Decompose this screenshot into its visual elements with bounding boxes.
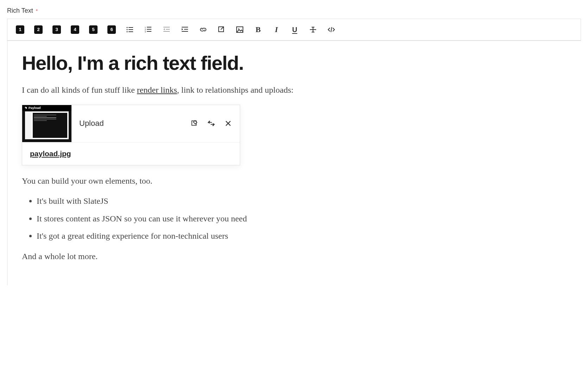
svg-rect-24	[312, 32, 314, 32]
svg-rect-9	[147, 29, 151, 30]
para-text: , link to relationships and uploads:	[177, 85, 294, 94]
swap-icon	[207, 120, 215, 127]
list-item[interactable]: It stores content as JSON so you can use…	[37, 213, 567, 225]
list-ul-icon	[126, 25, 134, 34]
indent-icon	[181, 25, 189, 34]
svg-rect-16	[184, 29, 188, 30]
svg-rect-15	[182, 27, 188, 27]
outdent-icon	[162, 25, 171, 34]
upload-swap-button[interactable]	[207, 120, 215, 127]
render-links-link[interactable]: render links	[137, 85, 177, 94]
edit-icon	[190, 120, 198, 127]
svg-rect-7	[147, 27, 151, 27]
svg-point-2	[126, 29, 127, 30]
para-text: I can do all kinds of fun stuff like	[22, 85, 137, 94]
open-external-icon	[217, 25, 226, 34]
indent-button[interactable]	[181, 25, 189, 34]
close-icon	[224, 120, 232, 127]
underline-button[interactable]: U	[290, 25, 299, 34]
payload-logo-icon	[24, 106, 27, 109]
h5-button[interactable]: 5	[89, 25, 98, 34]
editor-toolbar: 1 2 3 4 5 6 123 B I U	[7, 19, 581, 41]
upload-label: Upload	[79, 119, 104, 128]
code-button[interactable]	[327, 25, 336, 34]
svg-rect-23	[313, 27, 313, 32]
outdent-button[interactable]	[162, 25, 171, 34]
upload-card: Payload Upload	[22, 105, 240, 165]
svg-rect-17	[182, 31, 188, 32]
upload-filename-link[interactable]: payload.jpg	[30, 149, 71, 158]
svg-point-0	[126, 27, 127, 28]
svg-rect-1	[129, 27, 133, 28]
content-paragraph[interactable]: I can do all kinds of fun stuff like ren…	[22, 84, 567, 96]
thumb-brand: Payload	[22, 105, 71, 111]
field-label-text: Rich Text	[7, 7, 33, 14]
editor-content[interactable]: Hello, I'm a rich text field. I can do a…	[7, 41, 581, 285]
required-star: *	[36, 8, 38, 14]
content-paragraph[interactable]: And a whole lot more.	[22, 251, 567, 263]
field-label: Rich Text *	[7, 7, 581, 14]
italic-button[interactable]: I	[272, 25, 281, 34]
svg-rect-11	[147, 31, 151, 32]
upload-remove-button[interactable]	[224, 120, 232, 127]
rich-text-editor: 1 2 3 4 5 6 123 B I U	[7, 19, 581, 41]
upload-card-header: Payload Upload	[22, 105, 240, 142]
strikethrough-button[interactable]	[309, 25, 317, 34]
thumb-brand-text: Payload	[29, 106, 41, 110]
content-bullet-list[interactable]: It's built with SlateJS It stores conten…	[22, 195, 567, 242]
svg-rect-13	[166, 29, 170, 30]
svg-rect-12	[163, 27, 170, 27]
upload-edit-button[interactable]	[190, 120, 198, 127]
svg-rect-5	[129, 31, 133, 32]
content-heading[interactable]: Hello, I'm a rich text field.	[22, 51, 567, 74]
upload-button[interactable]	[236, 25, 244, 34]
link-icon	[199, 25, 207, 34]
svg-rect-14	[163, 31, 170, 32]
strikethrough-icon	[309, 25, 317, 34]
link-button[interactable]	[199, 25, 207, 34]
svg-point-4	[126, 31, 127, 32]
h1-button[interactable]: 1	[16, 25, 24, 34]
ordered-list-button[interactable]: 123	[144, 25, 152, 34]
relationship-button[interactable]	[217, 25, 226, 34]
code-icon	[327, 25, 336, 34]
h6-button[interactable]: 6	[107, 25, 116, 34]
content-paragraph[interactable]: You can build your own elements, too.	[22, 175, 567, 187]
upload-thumbnail: Payload	[22, 105, 71, 142]
list-item[interactable]: It's built with SlateJS	[37, 195, 567, 207]
list-item[interactable]: It's got a great editing experience for …	[37, 230, 567, 242]
h2-button[interactable]: 2	[34, 25, 43, 34]
image-icon	[236, 25, 244, 34]
svg-text:3: 3	[145, 31, 146, 33]
svg-rect-3	[129, 29, 133, 30]
bold-button[interactable]: B	[254, 25, 262, 34]
h4-button[interactable]: 4	[71, 25, 79, 34]
h3-button[interactable]: 3	[52, 25, 61, 34]
list-ol-icon: 123	[144, 25, 152, 34]
unordered-list-button[interactable]	[126, 25, 134, 34]
